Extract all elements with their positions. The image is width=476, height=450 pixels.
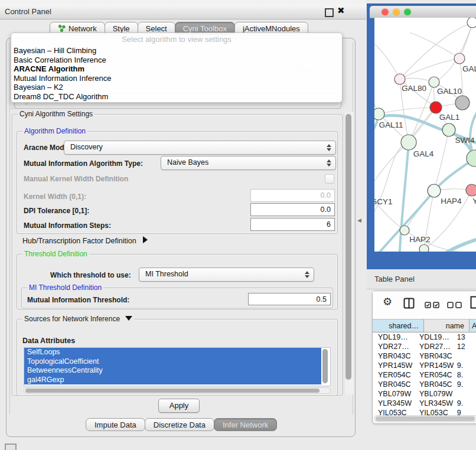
data-attributes-label: Data Attributes (22, 337, 75, 345)
algorithm-option-bayesian-k2[interactable]: Bayesian – K2 (14, 83, 340, 92)
attribute-item-topologicalcoefficient[interactable]: TopologicalCoefficient (24, 357, 321, 367)
node-label-gal11: GAL11 (379, 120, 403, 129)
split-collapse-handle[interactable]: ◀ (357, 217, 361, 223)
network-node-gal11[interactable] (374, 108, 384, 120)
table-cell (456, 389, 476, 399)
table-cell: 8. (456, 370, 476, 380)
algorithm-option-aracne-algorithm[interactable]: ARACNE Algorithm (14, 64, 340, 74)
table-row[interactable]: YER054CYER054C8. (373, 370, 476, 380)
table-panel-header: Table Panel (367, 269, 476, 289)
bottom-tab-discretize-data[interactable]: Discretize Data (145, 418, 214, 431)
kernel-width-field[interactable]: 0.0 (250, 189, 335, 202)
network-graph: GALGAL80GAL10GAL1GAL11SWI4GAL4GCY1HAP4YH… (374, 18, 476, 252)
network-node[interactable] (419, 244, 429, 252)
table-cell: YLR345W (417, 399, 456, 408)
hub-tf-definition-toggle[interactable]: Hub/Transcription Factor Definition (22, 236, 148, 245)
table-row[interactable]: YBR043CYBR043C (373, 351, 476, 361)
table-row[interactable]: YBR045CYBR045C9. (373, 380, 476, 389)
table-hscrollbar[interactable] (374, 415, 476, 422)
column-header-name[interactable]: name (424, 319, 470, 332)
table-cell: YDR27… (373, 342, 417, 351)
network-window-titlebar[interactable] (370, 6, 476, 18)
network-node-gal10[interactable] (429, 77, 439, 87)
manual-kernel-width-label: Manual Kernel Width Definition (24, 175, 128, 183)
algorithm-dropdown-popup: Select algorithm to view settings Bayesi… (11, 32, 343, 103)
bottom-tab-infer-network[interactable]: Infer Network (214, 418, 277, 431)
columns-icon[interactable] (403, 298, 415, 311)
gear-icon[interactable]: ⚙ (383, 295, 392, 308)
sources-title-text: Sources for Network Inference (24, 315, 120, 323)
bottom-tab-impute-data[interactable]: Impute Data (86, 418, 145, 431)
algorithm-option-mutual-information-inference[interactable]: Mutual Information Inference (14, 74, 340, 83)
mi-threshold-field[interactable]: 0.5 (248, 293, 331, 305)
combo-stepper-icon (327, 159, 332, 167)
network-edge (434, 130, 449, 191)
mi-steps-field[interactable]: 6 (250, 218, 335, 231)
network-canvas[interactable]: GALGAL80GAL10GAL1GAL11SWI4GAL4GCY1HAP4YH… (374, 18, 476, 252)
table-cell: YBL079W (373, 389, 417, 399)
algorithm-option-bayesian-hill-climbing[interactable]: Bayesian – Hill Climbing (14, 46, 340, 56)
inner-pane-border-left (9, 43, 10, 415)
network-node-hap2[interactable] (400, 226, 409, 235)
attribute-item-selfloops[interactable]: SelfLoops (24, 348, 321, 357)
network-node-gal[interactable] (454, 53, 465, 64)
aracne-mode-combo[interactable]: Discovery (64, 141, 336, 155)
data-attributes-list[interactable]: SelfLoopsTopologicalCoefficientBetweenne… (24, 347, 331, 386)
network-node[interactable] (455, 96, 470, 110)
table-cell: YPR145W (417, 361, 456, 370)
close-icon[interactable]: ✖ (337, 5, 345, 16)
apply-button[interactable]: Apply (158, 399, 200, 413)
node-label-gal: GAL (462, 64, 476, 73)
close-traffic-light-icon[interactable] (382, 8, 389, 15)
network-node-gal4[interactable] (401, 135, 416, 150)
table-cell: YBL079W (417, 389, 456, 399)
attribute-item-gal4rgexp[interactable]: gal4RGexp (24, 376, 321, 385)
table-cell: YBR045C (373, 380, 417, 389)
table-cell: YIL053C (417, 408, 456, 415)
attributes-vscrollbar[interactable] (322, 349, 328, 383)
screen: Control Panel ✖ NetworkStyleSelectCyni T… (0, 0, 476, 450)
tab-label: Cyni Toolbox (183, 24, 227, 33)
mi-threshold-definition-title: MI Threshold Definition (27, 283, 103, 292)
node-label-swi4: SWI4 (455, 136, 474, 145)
which-threshold-combo[interactable]: MI Threshold (139, 268, 314, 282)
manual-kernel-width-checkbox[interactable] (325, 174, 334, 184)
table-cell: YBR043C (373, 351, 417, 361)
network-node-y[interactable] (466, 184, 476, 196)
network-node-swi4[interactable] (442, 123, 455, 136)
table-row[interactable]: YLR345WYLR345W9. (373, 399, 476, 408)
network-edge (374, 41, 400, 79)
dpi-tolerance-field[interactable]: 0.0 (250, 203, 335, 216)
minimize-traffic-light-icon[interactable] (393, 8, 400, 15)
attributes-hscrollbar[interactable] (24, 387, 331, 394)
network-node-gal80[interactable] (395, 74, 405, 84)
table-hscrollbar-thumb[interactable] (376, 416, 475, 421)
attribute-item-betweennesscentrality[interactable]: BetweennessCentrality (24, 366, 321, 376)
algorithm-option-basic-correlation-inference[interactable]: Basic Correlation Inference (14, 56, 340, 65)
network-node-gal1[interactable] (430, 102, 442, 113)
aracne-mode-value: Discovery (70, 143, 103, 151)
deselect-all-checkboxes-icon[interactable] (447, 300, 462, 311)
float-window-icon[interactable] (325, 8, 334, 17)
table-row[interactable]: YBL079WYBL079W (373, 389, 476, 399)
docked-panel-icon[interactable] (5, 444, 17, 450)
algorithm-option-dream8-dc-tdc-algorithm[interactable]: Dream8 DC_TDC Algorithm (14, 92, 340, 102)
table-row[interactable]: YDL19…YDL19…13 (373, 332, 476, 342)
table-cell: YBR043C (417, 351, 456, 361)
network-node[interactable] (467, 18, 476, 28)
table-row[interactable]: YIL053CYIL053C9 (373, 408, 476, 415)
control-panel-bottom-tabs: Impute DataDiscretize DataInfer Network (86, 418, 277, 431)
table-row[interactable]: YDR27…YDR27…12 (373, 342, 476, 351)
mi-algorithm-type-combo[interactable]: Naive Bayes (161, 156, 336, 170)
column-header-clipped[interactable]: A (470, 319, 476, 332)
attributes-hscrollbar-thumb[interactable] (25, 389, 319, 393)
column-header-shared-name[interactable]: shared… (373, 319, 424, 332)
settings-scrollbar-thumb[interactable] (345, 114, 351, 380)
network-node-hap4[interactable] (428, 184, 441, 197)
select-all-checkboxes-icon[interactable] (425, 300, 440, 311)
zoom-traffic-light-icon[interactable] (404, 8, 411, 15)
new-table-icon[interactable] (470, 296, 476, 311)
cyni-algorithm-settings-title: Cyni Algorithm Settings (18, 110, 94, 118)
table-row[interactable]: YPR145WYPR145W9. (373, 361, 476, 370)
expanded-arrow-icon[interactable] (125, 316, 132, 321)
